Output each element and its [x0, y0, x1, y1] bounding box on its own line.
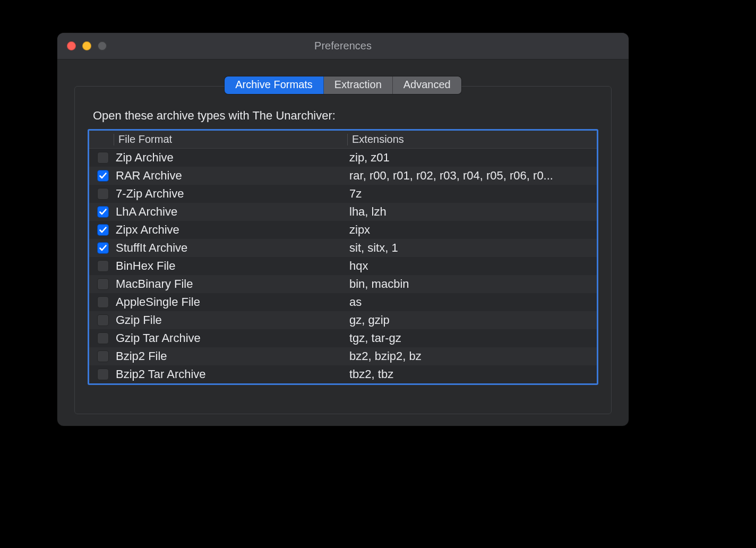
row-format: BinHex File	[114, 259, 347, 273]
row-checkbox[interactable]	[97, 188, 109, 200]
table-row[interactable]: MacBinary Filebin, macbin	[89, 275, 597, 293]
row-extensions: bin, macbin	[347, 277, 597, 291]
formats-table[interactable]: File Format Extensions Zip Archivezip, z…	[88, 129, 598, 385]
table-row[interactable]: Bzip2 Tar Archivetbz2, tbz	[89, 365, 597, 383]
row-checkbox-cell	[92, 350, 114, 362]
preferences-window: Preferences Archive FormatsExtractionAdv…	[57, 33, 629, 426]
minimize-button[interactable]	[82, 41, 91, 50]
row-checkbox[interactable]	[97, 260, 109, 272]
tab-archive-formats[interactable]: Archive Formats	[225, 76, 324, 94]
row-extensions: zip, z01	[347, 151, 597, 165]
row-checkbox-cell	[92, 314, 114, 326]
row-extensions: rar, r00, r01, r02, r03, r04, r05, r06, …	[347, 169, 597, 183]
row-format: Bzip2 File	[114, 349, 347, 363]
row-checkbox-cell	[92, 332, 114, 344]
table-header: File Format Extensions	[89, 131, 597, 149]
row-checkbox-cell	[92, 224, 114, 236]
row-checkbox[interactable]	[97, 224, 109, 236]
row-format: StuffIt Archive	[114, 241, 347, 255]
table-row[interactable]: 7-Zip Archive7z	[89, 185, 597, 203]
row-checkbox[interactable]	[97, 170, 109, 182]
row-extensions: 7z	[347, 187, 597, 201]
row-checkbox-cell	[92, 188, 114, 200]
row-format: MacBinary File	[114, 277, 347, 291]
titlebar: Preferences	[57, 33, 629, 59]
row-checkbox[interactable]	[97, 296, 109, 308]
table-row[interactable]: StuffIt Archivesit, sitx, 1	[89, 239, 597, 257]
row-format: Gzip Tar Archive	[114, 331, 347, 345]
zoom-button[interactable]	[98, 41, 107, 50]
row-checkbox-cell	[92, 278, 114, 290]
table-row[interactable]: Zipx Archivezipx	[89, 221, 597, 239]
group-label: Open these archive types with The Unarch…	[93, 109, 594, 123]
row-format: LhA Archive	[114, 205, 347, 219]
row-checkbox[interactable]	[97, 350, 109, 362]
row-format: Gzip File	[114, 313, 347, 327]
close-button[interactable]	[67, 41, 76, 50]
row-format: Zip Archive	[114, 151, 347, 165]
table-row[interactable]: RAR Archiverar, r00, r01, r02, r03, r04,…	[89, 167, 597, 185]
table-row[interactable]: LhA Archivelha, lzh	[89, 203, 597, 221]
table-row[interactable]: AppleSingle Fileas	[89, 293, 597, 311]
row-checkbox[interactable]	[97, 369, 109, 380]
tab-bar: Archive FormatsExtractionAdvanced	[57, 59, 629, 94]
row-checkbox[interactable]	[97, 332, 109, 344]
table-row[interactable]: BinHex Filehqx	[89, 257, 597, 275]
column-extensions[interactable]: Extensions	[347, 134, 597, 145]
row-extensions: sit, sitx, 1	[347, 241, 597, 255]
row-extensions: lha, lzh	[347, 205, 597, 219]
row-checkbox-cell	[92, 296, 114, 308]
table-row[interactable]: Gzip Filegz, gzip	[89, 311, 597, 329]
row-checkbox[interactable]	[97, 152, 109, 164]
row-checkbox[interactable]	[97, 278, 109, 290]
row-format: Bzip2 Tar Archive	[114, 367, 347, 381]
row-extensions: gz, gzip	[347, 313, 597, 327]
tab-advanced[interactable]: Advanced	[393, 76, 461, 94]
row-extensions: as	[347, 295, 597, 309]
window-title: Preferences	[57, 40, 629, 52]
row-checkbox[interactable]	[97, 206, 109, 218]
table-row[interactable]: Bzip2 Filebz2, bzip2, bz	[89, 347, 597, 365]
table-body: Zip Archivezip, z01RAR Archiverar, r00, …	[89, 149, 597, 383]
window-controls	[67, 41, 107, 50]
row-extensions: tgz, tar-gz	[347, 331, 597, 345]
table-row[interactable]: Zip Archivezip, z01	[89, 149, 597, 167]
column-file-format[interactable]: File Format	[114, 134, 347, 145]
row-checkbox-cell	[92, 152, 114, 164]
row-checkbox-cell	[92, 369, 114, 380]
row-format: RAR Archive	[114, 169, 347, 183]
row-format: 7-Zip Archive	[114, 187, 347, 201]
row-checkbox-cell	[92, 260, 114, 272]
row-format: AppleSingle File	[114, 295, 347, 309]
row-checkbox-cell	[92, 170, 114, 182]
archive-formats-group: Open these archive types with The Unarch…	[74, 86, 612, 414]
row-checkbox[interactable]	[97, 314, 109, 326]
table-row[interactable]: Gzip Tar Archivetgz, tar-gz	[89, 329, 597, 347]
row-checkbox-cell	[92, 206, 114, 218]
row-checkbox-cell	[92, 242, 114, 254]
row-checkbox[interactable]	[97, 242, 109, 254]
row-extensions: zipx	[347, 223, 597, 237]
row-extensions: hqx	[347, 259, 597, 273]
row-extensions: tbz2, tbz	[347, 367, 597, 381]
row-format: Zipx Archive	[114, 223, 347, 237]
tab-extraction[interactable]: Extraction	[324, 76, 393, 94]
row-extensions: bz2, bzip2, bz	[347, 349, 597, 363]
